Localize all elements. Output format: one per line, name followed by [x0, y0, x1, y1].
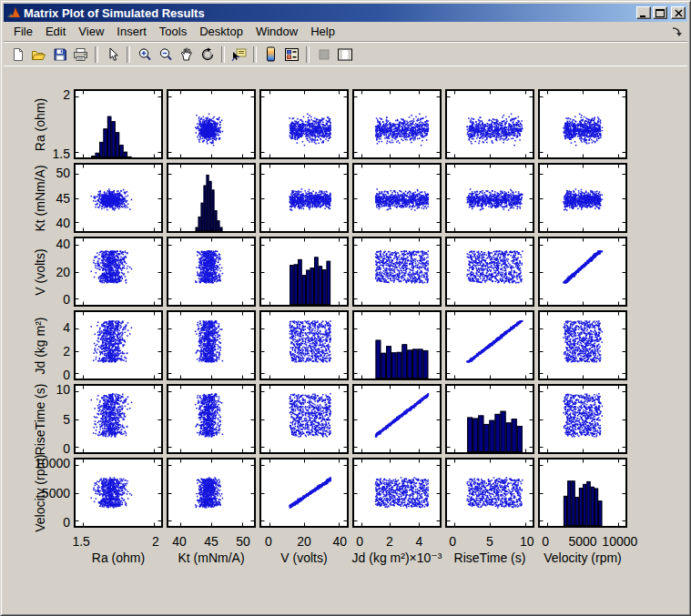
subplot-r5c5[interactable]	[445, 384, 534, 454]
subplot-canvas-r6c4[interactable]	[354, 459, 440, 526]
subplot-r1c6[interactable]	[538, 89, 627, 159]
subplot-canvas-r5c6[interactable]	[540, 386, 625, 452]
close-button[interactable]	[671, 6, 686, 19]
subplot-canvas-r4c5[interactable]	[447, 312, 533, 379]
subplot-r5c1[interactable]	[74, 384, 163, 454]
subplot-canvas-r2c1[interactable]	[76, 165, 161, 231]
pan-tool-button[interactable]	[176, 45, 197, 64]
subplot-canvas-r3c6[interactable]	[540, 238, 625, 305]
subplot-canvas-r2c4[interactable]	[354, 165, 440, 231]
insert-colorbar-button[interactable]	[260, 45, 281, 64]
subplot-r6c4[interactable]	[352, 458, 442, 528]
subplot-canvas-r6c5[interactable]	[447, 459, 533, 526]
subplot-r4c1[interactable]	[74, 310, 163, 380]
subplot-canvas-r2c5[interactable]	[447, 165, 533, 231]
subplot-canvas-r2c6[interactable]	[540, 165, 625, 231]
subplot-r4c4[interactable]	[352, 310, 442, 380]
subplot-canvas-r4c3[interactable]	[261, 312, 347, 379]
subplot-canvas-r5c1[interactable]	[76, 386, 161, 452]
subplot-canvas-r3c1[interactable]	[76, 238, 161, 305]
subplot-r4c5[interactable]	[445, 310, 534, 380]
subplot-r5c3[interactable]	[259, 384, 349, 454]
subplot-canvas-r2c2[interactable]	[168, 165, 254, 231]
data-cursor-button[interactable]	[229, 45, 249, 64]
subplot-r1c5[interactable]	[445, 89, 534, 159]
subplot-canvas-r5c5[interactable]	[447, 386, 533, 452]
new-figure-button[interactable]	[7, 45, 28, 64]
subplot-r3c2[interactable]	[167, 237, 256, 307]
save-button[interactable]	[49, 45, 70, 64]
menu-window[interactable]: Window	[249, 23, 304, 40]
subplot-r1c4[interactable]	[352, 89, 442, 159]
menu-file[interactable]: File	[7, 23, 39, 40]
subplot-canvas-r1c2[interactable]	[168, 91, 254, 157]
subplot-r4c3[interactable]	[259, 310, 349, 380]
close-icon	[675, 9, 683, 17]
subplot-canvas-r1c1[interactable]	[76, 91, 161, 157]
subplot-canvas-r4c4[interactable]	[354, 312, 440, 379]
dock-figure-button[interactable]	[669, 25, 684, 38]
subplot-canvas-r5c3[interactable]	[261, 386, 347, 452]
subplot-canvas-r3c3[interactable]	[261, 238, 347, 305]
subplot-canvas-r3c4[interactable]	[354, 238, 440, 305]
subplot-r6c5[interactable]	[445, 458, 534, 528]
menu-help[interactable]: Help	[304, 23, 341, 40]
subplot-r1c3[interactable]	[259, 89, 349, 159]
subplot-canvas-r1c6[interactable]	[540, 91, 625, 157]
insert-legend-button[interactable]	[281, 45, 302, 64]
subplot-r2c5[interactable]	[445, 163, 534, 233]
subplot-r2c1[interactable]	[74, 163, 163, 233]
subplot-r3c5[interactable]	[445, 237, 534, 307]
toolbar-separator	[253, 46, 257, 63]
title-bar[interactable]: Matrix Plot of Simulated Results	[4, 4, 687, 22]
subplot-r5c2[interactable]	[167, 384, 256, 454]
subplot-canvas-r6c1[interactable]	[76, 459, 161, 526]
subplot-r6c1[interactable]	[74, 458, 163, 528]
maximize-button[interactable]	[653, 6, 667, 19]
subplot-r2c4[interactable]	[352, 163, 442, 233]
subplot-canvas-r1c5[interactable]	[447, 91, 533, 157]
subplot-canvas-r2c3[interactable]	[261, 165, 347, 231]
subplot-r5c4[interactable]	[352, 384, 442, 454]
show-plot-tools-button[interactable]	[334, 45, 355, 64]
hide-plot-tools-button[interactable]	[313, 45, 334, 64]
subplot-canvas-r5c2[interactable]	[168, 386, 254, 452]
subplot-canvas-r1c4[interactable]	[354, 91, 440, 157]
subplot-r6c2[interactable]	[167, 458, 256, 528]
subplot-canvas-r3c5[interactable]	[447, 238, 533, 305]
zoom-out-button[interactable]	[155, 45, 176, 64]
subplot-r5c6[interactable]	[538, 384, 627, 454]
minimize-button[interactable]	[636, 6, 651, 19]
subplot-canvas-r4c1[interactable]	[76, 312, 161, 379]
subplot-r4c6[interactable]	[538, 310, 627, 380]
menu-edit[interactable]: Edit	[39, 23, 72, 40]
subplot-r1c2[interactable]	[167, 89, 256, 159]
subplot-r3c4[interactable]	[352, 237, 442, 307]
subplot-canvas-r4c2[interactable]	[168, 312, 254, 379]
menu-insert[interactable]: Insert	[110, 23, 153, 40]
rotate-3d-button[interactable]	[197, 45, 218, 64]
subplot-r3c6[interactable]	[538, 237, 627, 307]
menu-tools[interactable]: Tools	[153, 23, 193, 40]
subplot-canvas-r6c3[interactable]	[261, 459, 347, 526]
subplot-r4c2[interactable]	[167, 310, 256, 380]
subplot-r3c3[interactable]	[259, 237, 349, 307]
subplot-r3c1[interactable]	[74, 237, 163, 307]
subplot-r1c1[interactable]	[74, 89, 163, 159]
subplot-canvas-r3c2[interactable]	[168, 238, 254, 305]
subplot-r2c3[interactable]	[259, 163, 349, 233]
zoom-in-button[interactable]	[134, 45, 155, 64]
subplot-r2c6[interactable]	[538, 163, 627, 233]
subplot-canvas-r5c4[interactable]	[354, 386, 440, 452]
menu-view[interactable]: View	[72, 23, 110, 40]
subplot-canvas-r1c3[interactable]	[261, 91, 347, 157]
print-button[interactable]	[70, 45, 91, 64]
subplot-r2c2[interactable]	[167, 163, 256, 233]
subplot-canvas-r6c6[interactable]	[540, 459, 625, 526]
pointer-tool-button[interactable]	[102, 45, 123, 64]
menu-desktop[interactable]: Desktop	[193, 23, 249, 40]
subplot-r6c6[interactable]	[538, 458, 627, 528]
subplot-canvas-r6c2[interactable]	[168, 459, 254, 526]
subplot-canvas-r4c6[interactable]	[540, 312, 625, 379]
subplot-r6c3[interactable]	[259, 458, 349, 528]
